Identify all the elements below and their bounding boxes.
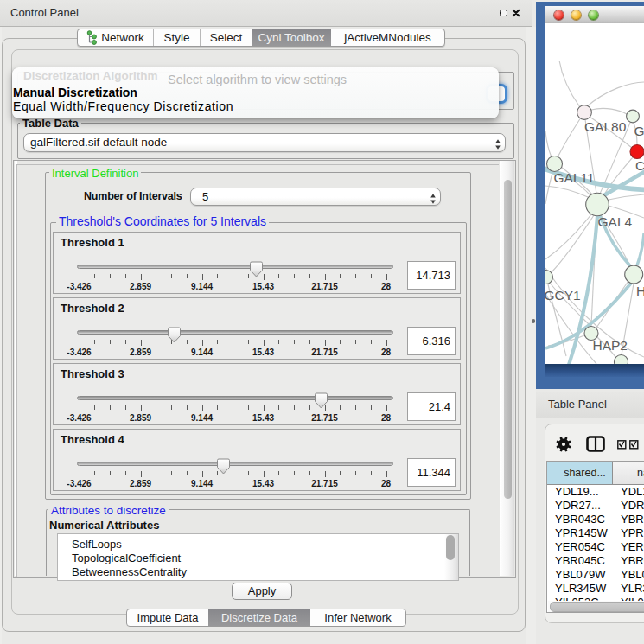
svg-text:GAL80: GAL80 — [584, 119, 627, 134]
svg-text:GAL4: GAL4 — [598, 214, 633, 229]
svg-text:H: H — [636, 284, 644, 298]
svg-text:GCY1: GCY1 — [545, 288, 581, 303]
svg-text:GAL11: GAL11 — [554, 170, 595, 185]
svg-text:C: C — [635, 158, 644, 173]
svg-text:GA: GA — [634, 124, 644, 138]
svg-text:HAP2: HAP2 — [593, 338, 628, 353]
